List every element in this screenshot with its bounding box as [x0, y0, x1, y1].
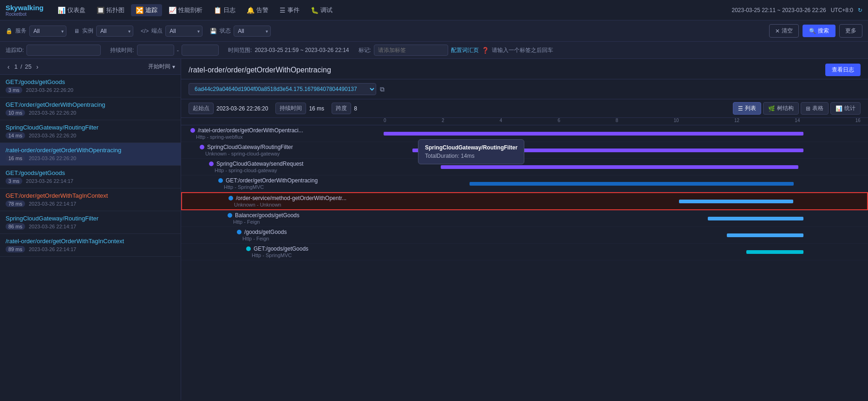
nav-log[interactable]: 📋 日志	[209, 4, 240, 16]
prev-page-button[interactable]: ‹	[6, 63, 12, 71]
endpoint-select-wrap: All	[165, 26, 202, 37]
span-row[interactable]: SpringCloudGateway/sendRequest Http - sp…	[181, 159, 868, 175]
pagination: ‹ 1 / 25 ›	[6, 63, 40, 71]
trace-id-select[interactable]: 6ad44c29a04640d1904f00a8518d3e54.175.167…	[189, 83, 376, 95]
instance-select-wrap: All	[96, 26, 133, 37]
nav-topology[interactable]: 🔲 拓扑图	[92, 4, 129, 16]
trace-item[interactable]: GET:/order/getOrderWithOpentracing 10 ms…	[0, 97, 181, 120]
trace-item-active[interactable]: /ratel-order/order/getOrderWithOpentraci…	[0, 143, 181, 166]
trace-item[interactable]: GET:/goods/getGoods 3 ms 2023-03-26 22:1…	[0, 166, 181, 188]
trace-meta: 89 ms 2023-03-26 22:14:17	[6, 246, 175, 252]
duration-min-input[interactable]	[137, 45, 174, 56]
time-range-value: 2023-03-25 21:59 ~ 2023-03-26 22:14	[255, 47, 349, 53]
stat-start-label: 起始点	[189, 103, 214, 114]
status-select-wrap: All	[234, 26, 271, 37]
sort-button[interactable]: 开始时间 ▾	[148, 63, 175, 71]
trace-badge: 14 ms	[6, 132, 25, 139]
trace-meta: 10 ms 2023-03-26 22:26:20	[6, 110, 175, 116]
instance-select[interactable]: All	[96, 26, 133, 37]
trace-id-input[interactable]	[26, 45, 101, 56]
endpoint-select[interactable]: All	[165, 26, 202, 37]
view-log-button[interactable]: 查看日志	[825, 64, 861, 76]
search-button[interactable]: 🔍 搜索	[803, 25, 835, 37]
nav-log-label: 日志	[223, 6, 235, 14]
nav-profiling-label: 性能剖析	[178, 6, 202, 14]
page-separator: /	[20, 63, 22, 70]
span-dot	[228, 213, 232, 218]
span-row[interactable]: /order-service/method-getOrderWithOpentr…	[181, 192, 868, 210]
trace-id-label: 追踪ID:	[6, 46, 24, 54]
top-right: 2023-03-25 22:11 ~ 2023-03-26 22:26 UTC+…	[731, 7, 862, 13]
trace-time: 2023-03-26 22:14:17	[29, 201, 76, 207]
copy-icon[interactable]: ⧉	[380, 85, 385, 93]
trace-badge: 89 ms	[6, 246, 25, 252]
view-table-button[interactable]: ⊞ 表格	[801, 102, 829, 115]
tooltip-box: SpringCloudGateway/RoutingFilter TotalDu…	[418, 139, 524, 164]
logo-title: Skywalking	[6, 4, 44, 12]
nav-event[interactable]: ☰ 事件	[275, 4, 304, 16]
refresh-icon[interactable]: ↻	[858, 7, 862, 13]
left-panel: ‹ 1 / 25 › 开始时间 ▾ GET:/goods/getGoods 3 …	[0, 59, 181, 400]
span-sub: Http - Feign	[189, 236, 384, 241]
endpoint-filter-group: </> 端点 All	[141, 26, 202, 37]
span-name: SpringCloudGateway/RoutingFilter	[189, 144, 384, 150]
nav-profiling[interactable]: 📈 性能剖析	[164, 4, 207, 16]
search-icon: 🔍	[809, 28, 816, 34]
span-dot	[228, 196, 233, 200]
trace-name: SpringCloudGateway/RoutingFilter	[6, 215, 175, 222]
span-bar	[441, 165, 798, 169]
nav-dashboard[interactable]: 📊 仪表盘	[53, 4, 90, 16]
scale-mark: 8	[616, 118, 619, 123]
span-sub: Http - Feign	[189, 219, 384, 225]
trace-item[interactable]: GET:/order/getOrderWithTagInContext 78 m…	[0, 188, 181, 211]
scale-mark: 6	[558, 118, 561, 123]
trace-badge: 78 ms	[6, 200, 25, 207]
debug-icon: 🐛	[311, 6, 319, 14]
trace-item[interactable]: /ratel-order/order/getOrderWithTagInCont…	[0, 234, 181, 257]
span-name: /order-service/method-getOrderWithOpentr…	[189, 195, 385, 201]
trace-name: /ratel-order/order/getOrderWithOpentraci…	[6, 147, 175, 154]
span-info: SpringCloudGateway/sendRequest Http - sp…	[189, 161, 384, 173]
trace-badge: 10 ms	[6, 110, 25, 116]
span-row[interactable]: Balancer/goods/getGoods Http - Feign	[181, 210, 868, 227]
scale-mark: 10	[673, 118, 679, 123]
nav-items: 📊 仪表盘 🔲 拓扑图 🔀 追踪 📈 性能剖析 📋 日志 🔔 告警 ☰ 事件 �	[53, 4, 732, 16]
dict-link[interactable]: 配置词汇页	[451, 46, 479, 54]
nav-alert[interactable]: 🔔 告警	[242, 4, 273, 16]
span-row[interactable]: SpringCloudGateway/RoutingFilter Unknown…	[181, 142, 868, 159]
span-dot	[200, 145, 204, 149]
service-select[interactable]: All	[29, 26, 66, 37]
nav-trace[interactable]: 🔀 追踪	[131, 4, 162, 16]
span-sub: Http - spring-cloud-gateway	[189, 168, 384, 173]
span-dot-name: SpringCloudGateway/RoutingFilter	[200, 144, 293, 150]
view-tree-button[interactable]: 🌿 树结构	[763, 102, 799, 115]
span-name: /ratel-order/order/getOrderWithOpentraci…	[189, 127, 384, 134]
app-logo: Skywalking Rocketbot	[6, 4, 44, 17]
span-row[interactable]: GET:/goods/getGoods Http - SpringMVC	[181, 244, 868, 260]
instance-icon: 🖥	[74, 28, 79, 34]
status-select[interactable]: All	[234, 26, 271, 37]
clear-button[interactable]: ✕ 清空	[769, 24, 799, 38]
span-row[interactable]: /ratel-order/order/getOrderWithOpentraci…	[181, 125, 868, 142]
trace-item[interactable]: SpringCloudGateway/RoutingFilter 14 ms 2…	[0, 120, 181, 143]
span-row[interactable]: GET:/order/getOrderWithOpentracing Http …	[181, 175, 868, 192]
right-panel: /ratel-order/order/getOrderWithOpentraci…	[181, 59, 868, 400]
more-button[interactable]: 更多	[839, 24, 862, 38]
duration-max-input[interactable]	[182, 45, 219, 56]
tag-input[interactable]	[374, 45, 448, 56]
trace-badge: 16 ms	[6, 155, 25, 162]
trace-item[interactable]: GET:/goods/getGoods 3 ms 2023-03-26 22:2…	[0, 75, 181, 97]
scale-marks: 0246810121416	[384, 118, 861, 123]
duration-separator: -	[177, 47, 179, 54]
span-dot-name: GET:/order/getOrderWithOpentracing	[218, 177, 318, 184]
main-content: ‹ 1 / 25 › 开始时间 ▾ GET:/goods/getGoods 3 …	[0, 59, 868, 400]
span-name-text: SpringCloudGateway/RoutingFilter	[207, 144, 293, 150]
view-list-button[interactable]: ☰ 列表	[733, 102, 761, 115]
next-page-button[interactable]: ›	[34, 63, 40, 71]
span-bar-area	[384, 231, 861, 240]
span-row[interactable]: /goods/getGoods Http - Feign	[181, 227, 868, 244]
nav-debug[interactable]: 🐛 调试	[306, 4, 337, 16]
trace-item[interactable]: SpringCloudGateway/RoutingFilter 86 ms 2…	[0, 211, 181, 234]
right-panel-header: /ratel-order/order/getOrderWithOpentraci…	[181, 59, 868, 79]
view-stats-button[interactable]: 📊 统计	[830, 102, 861, 115]
